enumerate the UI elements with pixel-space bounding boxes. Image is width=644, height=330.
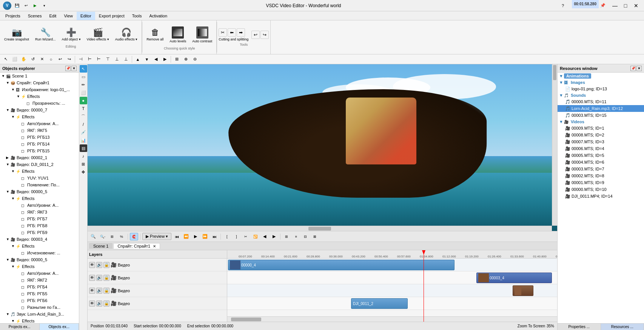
align-right[interactable]: ⊢: [95, 55, 103, 64]
tree-item-rgb7[interactable]: ◻ РГБ: РГБ7: [0, 215, 79, 222]
rp-item-vid3[interactable]: 🎥 00006.MTS; ID=4: [558, 145, 644, 152]
menu-item-projects[interactable]: Projects: [2, 12, 24, 20]
tl-marker-in[interactable]: [: [223, 233, 231, 240]
tl-cut[interactable]: ✂: [242, 233, 250, 240]
tree-item-autolevels3[interactable]: ◻ АвтоУровни: А...: [0, 270, 79, 277]
tl-zoom-out[interactable]: 🔍-: [99, 233, 107, 240]
resources-close[interactable]: ✕: [636, 66, 642, 71]
tree-item-opacity1[interactable]: ◻ Прозрачность: ...: [0, 100, 79, 107]
side-draw-circle[interactable]: ●: [80, 97, 87, 104]
tl-vis-btn4[interactable]: 👁: [89, 301, 95, 307]
tl-tab-sprite1[interactable]: Спрайт: Спрайт1 ✕: [113, 243, 160, 249]
tl-audio-btn3[interactable]: 🔊: [96, 288, 102, 294]
rp-item-vid8[interactable]: 🎥 00001.MTS; ID=9: [558, 179, 644, 186]
tree-item-ykg2[interactable]: ◻ ЯКГ: ЯКГ2: [0, 277, 79, 284]
delete-tool[interactable]: ✕: [38, 55, 46, 64]
side-music[interactable]: ♪: [80, 152, 87, 160]
tl-lock-btn2[interactable]: 🔒: [103, 275, 109, 281]
tl-tab-close[interactable]: ✕: [153, 244, 156, 248]
side-text[interactable]: T: [80, 105, 87, 112]
close-button[interactable]: ✕: [631, 2, 641, 9]
tree-item-sound1[interactable]: ▼ 🎵 Звук: Lorn-Acid_Rain_3...: [0, 311, 79, 318]
align-center-h[interactable]: ⊢: [86, 55, 94, 64]
tree-item-effects2[interactable]: ▼ ⚡ Effects: [0, 113, 79, 120]
tree-item-autolevels2[interactable]: ◻ АвтоУровни: А...: [0, 202, 79, 209]
side-grid[interactable]: ⊞: [80, 160, 87, 168]
rp-item-vid2[interactable]: 🎥 00007.MTS; ID=3: [558, 138, 644, 145]
cursor-tool[interactable]: ↖: [2, 55, 10, 64]
videos-header[interactable]: ▼ 🎥 Videos: [558, 119, 644, 125]
side-pen[interactable]: ✏: [80, 81, 87, 88]
rp-tab-properties[interactable]: Properties ...: [558, 324, 601, 330]
move-left[interactable]: ◀: [152, 55, 160, 64]
expand-arrow-effects2[interactable]: ▼: [11, 115, 16, 119]
tree-item-effects7[interactable]: ▼ ⚡ Effects: [0, 318, 79, 323]
rp-item-sound0[interactable]: 🎵 00000.MTS; ID=11: [558, 98, 644, 105]
tree-item-effects3[interactable]: ▼ ⚡ Effects: [0, 168, 79, 175]
vscroll-thumb[interactable]: [553, 65, 556, 80]
tb2-undo[interactable]: ↩: [56, 55, 64, 64]
tl-snap-btn[interactable]: 🧲: [130, 233, 138, 240]
tree-item-video7[interactable]: ▼ 🎥 Видео: 00000_7: [0, 107, 79, 113]
tree-item-rgb5[interactable]: ◻ РГБ: РГБ5: [0, 290, 79, 297]
move-right[interactable]: ▶: [161, 55, 169, 64]
cut-arrow-icon[interactable]: ⬅: [228, 28, 236, 37]
rotate-tool[interactable]: ↺: [29, 55, 37, 64]
pin-icon[interactable]: 📌: [599, 2, 607, 10]
tree-item-rgb6[interactable]: ◻ РГБ: РГБ6: [0, 297, 79, 304]
menu-item-edit[interactable]: Edit: [45, 12, 60, 20]
tl-clip-dji[interactable]: DJI_0011_2: [351, 298, 408, 309]
tl-vis-btn2[interactable]: 👁: [89, 275, 95, 281]
align-top[interactable]: ⊤: [104, 55, 112, 64]
align-left[interactable]: ⊣: [77, 55, 85, 64]
tree-item-rgb4[interactable]: ◻ РГБ: РГБ4: [0, 284, 79, 290]
tl-clip-00000-4[interactable]: 00000_4: [228, 260, 454, 270]
rp-item-vid6[interactable]: 🎥 00003.MTS; ID=7: [558, 166, 644, 172]
create-snapshot-button[interactable]: 📷 Create snapshot: [2, 26, 32, 43]
tb2-redo[interactable]: ↪: [65, 55, 73, 64]
tl-clip-small[interactable]: [513, 285, 533, 296]
tl-extra3[interactable]: ⊟: [301, 233, 310, 240]
menu-item-editor[interactable]: Editor: [77, 12, 95, 20]
side-eyedropper[interactable]: 💉: [80, 129, 87, 136]
tree-item-effects1[interactable]: ▼ ⚡ Effects: [0, 93, 79, 100]
tl-frame-back[interactable]: ⏪: [182, 233, 190, 240]
tl-vis-btn1[interactable]: 👁: [89, 262, 95, 268]
move-tool[interactable]: ✋: [20, 55, 28, 64]
tl-extra1[interactable]: ⊞: [282, 233, 291, 240]
tl-arrow-left[interactable]: ◀: [260, 233, 269, 240]
tl-zoom-in[interactable]: 🔍: [89, 233, 97, 240]
rp-item-vid4[interactable]: 🎥 00005.MTS; ID=5: [558, 152, 644, 159]
tree-item-razn[interactable]: ◻ Разнытие по Га...: [0, 304, 79, 311]
tree-item-autolevels1[interactable]: ◻ АвтоУровни: А...: [0, 120, 79, 127]
circle-tool[interactable]: ○: [47, 55, 55, 64]
video-effects-button[interactable]: 🎬 Video effects ▾: [84, 26, 112, 43]
remove-all-button[interactable]: 🗑 Remove all: [144, 25, 166, 45]
objects-ex-tab[interactable]: Objects ex...: [40, 324, 79, 330]
tree-item-video5[interactable]: ▼ 🎥 Видео: 00000_5: [0, 188, 79, 195]
zoom-fit[interactable]: ⊞: [173, 55, 181, 64]
move-down[interactable]: ▼: [143, 55, 151, 64]
tl-hscroll[interactable]: [227, 316, 557, 322]
run-wizard-button[interactable]: 🔧 Run Wizard...: [32, 26, 59, 43]
menu-item-tools[interactable]: Tools: [128, 12, 146, 20]
tree-item-rgb9[interactable]: ◻ РГБ: РГБ9: [0, 229, 79, 236]
quick-access-more[interactable]: ▾: [40, 2, 48, 10]
tree-item-yuv1[interactable]: ◻ YUV: YUV1: [0, 175, 79, 181]
expand-arrow-img1[interactable]: ▼: [11, 88, 16, 91]
tree-item-effects4[interactable]: ▼ ⚡ Effects: [0, 195, 79, 202]
quick-access-undo[interactable]: ↩: [22, 2, 30, 10]
tl-lock-btn4[interactable]: 🔒: [103, 301, 109, 307]
tl-zoom-percent[interactable]: %: [117, 233, 126, 240]
tree-item-ykg5[interactable]: ◻ ЯКГ: ЯКГ5: [0, 127, 79, 134]
cut-arrow2-icon[interactable]: ➡: [237, 28, 245, 37]
expand-arrow-video7[interactable]: ▼: [6, 108, 11, 112]
tree-item-rgb13[interactable]: ◻ РГБ: РГБ13: [0, 134, 79, 141]
menu-item-export-project[interactable]: Export project: [95, 12, 128, 20]
rp-item-vid9[interactable]: 🎥 00000.MTS; ID=10: [558, 186, 644, 193]
tree-item-video-dji[interactable]: ▼ 🎥 Видео: DJI_0011_2: [0, 161, 79, 168]
sounds-header[interactable]: ▼ 🎵 Sounds: [558, 92, 644, 98]
rp-tab-resources[interactable]: Resources ...: [601, 324, 644, 330]
tl-play-button[interactable]: ▶ Preview ▾: [142, 233, 171, 240]
rp-item-sound1[interactable]: 🎵 Lorn-Acid_Rain.mp3; ID=12: [558, 105, 644, 112]
